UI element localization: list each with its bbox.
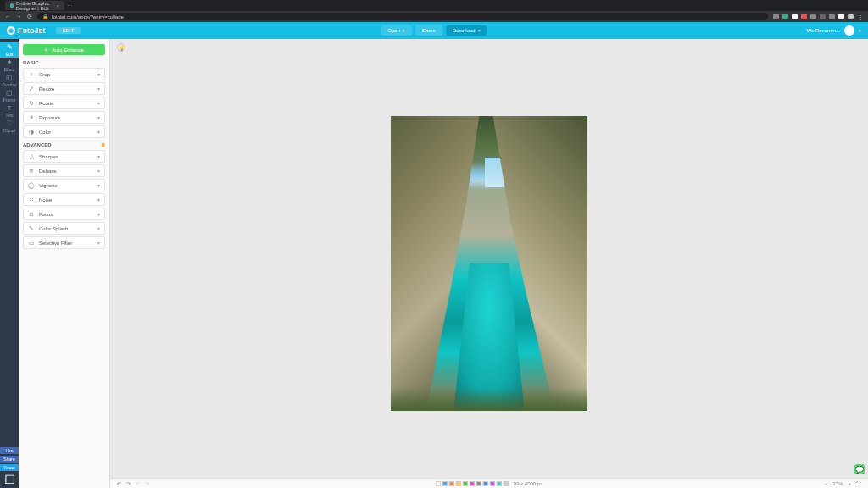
ext-icon[interactable] [782, 14, 788, 19]
chevron-down-icon: ▾ [97, 114, 100, 120]
color-icon: ◑ [28, 129, 35, 136]
chevron-down-icon: ▾ [403, 28, 405, 33]
ext-icon[interactable] [792, 14, 798, 19]
swatch[interactable] [497, 481, 502, 486]
forward-button[interactable]: → [16, 14, 22, 19]
panel-sharpen[interactable]: △Sharpen▾ [23, 150, 105, 163]
chevron-down-icon: ▾ [97, 71, 100, 77]
swatch[interactable] [476, 481, 481, 486]
chevron-down-icon: ▾ [97, 100, 100, 106]
canvas-image[interactable] [391, 116, 587, 411]
lock-icon: 🔒 [42, 14, 48, 19]
panel-vignette[interactable]: ◯Vignette▾ [23, 179, 105, 191]
sidenav-effect[interactable]: ✦Effect [0, 58, 19, 73]
advanced-header: ADVANCED♛ [23, 141, 105, 147]
selective-filter-icon: ▭ [28, 240, 35, 247]
chevron-down-icon: ▾ [478, 28, 481, 33]
zoom-in-button[interactable]: + [848, 481, 851, 486]
undo-button[interactable]: ↶ [117, 480, 121, 486]
browser-tab[interactable]: Online Graphic Designer | Edit × [5, 1, 64, 10]
crop-icon: ⌗ [28, 71, 35, 78]
sidenav-overlay[interactable]: ◫Overlay [0, 73, 19, 88]
panel-rotate[interactable]: ↻Rotate▾ [23, 97, 105, 109]
swatch[interactable] [490, 481, 495, 486]
download-button[interactable]: Download▾ [446, 25, 487, 36]
swatch[interactable] [456, 481, 461, 486]
tab-close-icon[interactable]: × [56, 3, 59, 8]
panel-selective-filter[interactable]: ▭Selective Filter▾ [23, 236, 105, 249]
reload-button[interactable]: ⟳ [27, 14, 32, 20]
app-header: ◉ FotoJet EDIT Open▾ Share Download▾ We … [0, 22, 868, 39]
profile-icon[interactable] [848, 14, 854, 19]
vignette-icon: ◯ [28, 182, 35, 189]
ext-icon[interactable] [773, 14, 779, 19]
chevron-down-icon: ▾ [97, 225, 100, 231]
panel-exposure[interactable]: ☀Exposure▾ [23, 111, 105, 124]
fb-share-button[interactable]: Share [0, 456, 19, 463]
canvas-area[interactable]: 💡 💬 ↶ ↷ ↶ ↷ [110, 39, 868, 488]
swatch[interactable] [449, 481, 454, 486]
instagram-icon[interactable]: ◻ [0, 473, 19, 483]
user-menu[interactable]: We Recomm... ▾ [806, 25, 861, 36]
back-button[interactable]: ← [5, 14, 11, 19]
browser-tab-strip: Online Graphic Designer | Edit × + [0, 0, 868, 11]
zoom-out-button[interactable]: − [825, 481, 828, 486]
sidenav-clipart[interactable]: ♡Clipart [0, 119, 19, 134]
history-undo-icon[interactable]: ↶ [136, 480, 140, 486]
resize-icon: ⤢ [28, 86, 35, 92]
ext-icon[interactable] [838, 14, 844, 19]
chevron-down-icon: ▾ [97, 86, 100, 92]
browser-toolbar: ← → ⟳ 🔒 fotojet.com/apps/?entry=collage … [0, 11, 868, 22]
panel-noise[interactable]: ∷Noise▾ [23, 193, 105, 206]
effect-icon: ✦ [6, 59, 13, 66]
sharpen-icon: △ [28, 153, 35, 160]
swatch[interactable] [504, 481, 509, 486]
history-redo-icon[interactable]: ↷ [145, 480, 149, 486]
edit-panel: ✦Auto Enhance BASIC ⌗Crop▾ ⤢Resize▾ ↻Rot… [19, 39, 110, 488]
logo-icon: ◉ [7, 26, 15, 35]
sidenav-text[interactable]: TText [0, 103, 19, 119]
exposure-icon: ☀ [28, 114, 35, 121]
menu-icon[interactable]: ⋮ [857, 14, 863, 19]
redo-button[interactable]: ↷ [126, 480, 131, 486]
noise-icon: ∷ [28, 197, 35, 203]
sidenav-frame[interactable]: ▢Frame [0, 88, 19, 103]
swatch[interactable] [442, 481, 448, 486]
auto-enhance-button[interactable]: ✦Auto Enhance [23, 44, 105, 55]
panel-resize[interactable]: ⤢Resize▾ [23, 82, 105, 95]
tip-bulb-icon[interactable]: 💡 [117, 43, 125, 52]
mode-badge[interactable]: EDIT [56, 27, 81, 34]
side-nav: ✎Edit ✦Effect ◫Overlay ▢Frame TText ♡Cli… [0, 39, 19, 488]
basic-header: BASIC [23, 60, 105, 65]
user-name: We Recomm... [806, 28, 840, 33]
swatch[interactable] [463, 481, 468, 486]
avatar [844, 25, 854, 36]
ext-icon[interactable] [820, 14, 826, 19]
ext-icon[interactable] [810, 14, 816, 19]
sidenav-edit[interactable]: ✎Edit [0, 42, 19, 58]
fit-button[interactable]: ⛶ [856, 481, 861, 486]
swatch[interactable] [436, 481, 441, 486]
chevron-down-icon: ▾ [97, 182, 100, 188]
panel-focus[interactable]: ⊙Focus▾ [23, 208, 105, 220]
text-icon: T [6, 105, 13, 112]
new-tab-button[interactable]: + [68, 2, 72, 9]
swatch[interactable] [483, 481, 488, 486]
bottom-bar: ↶ ↷ ↶ ↷ 99 x 4000 px − 27 [110, 478, 868, 488]
clipart-icon: ♡ [6, 120, 13, 127]
logo[interactable]: ◉ FotoJet [7, 26, 46, 35]
address-bar[interactable]: 🔒 fotojet.com/apps/?entry=collage [37, 13, 768, 20]
panel-crop[interactable]: ⌗Crop▾ [23, 68, 105, 80]
ext-icon[interactable] [801, 14, 807, 19]
panel-dehaze[interactable]: ≋Dehaze▾ [23, 164, 105, 177]
ext-icon[interactable] [829, 14, 835, 19]
panel-color-splash[interactable]: ✎Color Splash▾ [23, 222, 105, 235]
dehaze-icon: ≋ [28, 168, 35, 175]
swatch[interactable] [470, 481, 475, 486]
panel-color[interactable]: ◑Color▾ [23, 125, 105, 138]
help-button[interactable]: 💬 [854, 464, 865, 474]
share-button[interactable]: Share [415, 25, 442, 36]
open-button[interactable]: Open▾ [381, 25, 412, 36]
chevron-down-icon: ▾ [859, 28, 861, 33]
fb-like-button[interactable]: Like [0, 447, 19, 454]
